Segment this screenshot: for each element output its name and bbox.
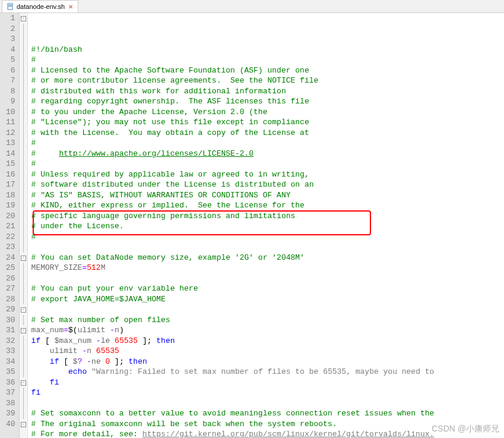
- fold-marker: [20, 336, 27, 346]
- code-line: # You can set DataNode memory size, exam…: [31, 253, 504, 263]
- code-line: echo "Warning: Failed to set max number …: [31, 367, 504, 377]
- line-number: 25: [6, 263, 15, 273]
- line-number: 8: [6, 86, 15, 97]
- fold-column: ------: [20, 13, 28, 438]
- code-line: # Licensed to the Apache Software Founda…: [31, 65, 504, 76]
- code-line: # software distributed under the License…: [31, 179, 504, 190]
- fold-marker: [20, 96, 27, 107]
- line-number: 17: [6, 179, 15, 190]
- code-line: [31, 273, 504, 284]
- code-line: # to you under the Apache License, Versi…: [31, 107, 504, 118]
- fold-marker: [20, 200, 27, 211]
- file-tab[interactable]: datanode-env.sh ✕: [2, 0, 78, 12]
- code-area[interactable]: #!/bin/bash## Licensed to the Apache Sof…: [28, 13, 504, 438]
- line-number: 16: [6, 169, 15, 180]
- line-number: 36: [6, 377, 15, 388]
- fold-marker: [20, 86, 27, 97]
- fold-marker: [20, 138, 27, 149]
- line-number: 22: [6, 232, 15, 242]
- code-line: # export JAVA_HOME=$JAVA_HOME: [31, 294, 504, 305]
- fold-marker: [20, 367, 27, 377]
- line-number: 23: [6, 242, 15, 253]
- code-line: [31, 304, 504, 315]
- fold-marker: [20, 357, 27, 367]
- fold-marker[interactable]: -: [20, 253, 27, 263]
- code-line: [31, 398, 504, 409]
- line-number: 21: [6, 221, 15, 232]
- line-number: 20: [6, 211, 15, 222]
- line-number: 6: [6, 65, 15, 76]
- line-number: 39: [6, 408, 15, 419]
- fold-marker: [20, 398, 27, 409]
- line-number: 15: [6, 159, 15, 169]
- line-number: 29: [6, 304, 15, 315]
- line-number: 31: [6, 325, 15, 336]
- code-line: # Unless required by applicable law or a…: [31, 169, 504, 180]
- fold-marker: [20, 45, 27, 55]
- svg-rect-2: [8, 6, 12, 7]
- fold-marker: [20, 159, 27, 169]
- line-number: 9: [6, 96, 15, 107]
- code-line: fi: [31, 387, 504, 398]
- code-line: # http://www.apache.org/licenses/LICENSE…: [31, 149, 504, 159]
- line-number: 11: [6, 117, 15, 128]
- line-number: 1: [6, 13, 15, 24]
- line-number: 18: [6, 190, 15, 201]
- line-number: 27: [6, 283, 15, 294]
- fold-marker: [20, 65, 27, 76]
- fold-marker[interactable]: -: [20, 13, 27, 24]
- file-icon: [7, 3, 14, 10]
- code-line: if [ $? -ne 0 ]; then: [31, 357, 504, 367]
- code-line: # under the License.: [31, 221, 504, 232]
- fold-marker[interactable]: -: [20, 377, 27, 388]
- fold-marker: [20, 75, 27, 86]
- fold-marker: [20, 179, 27, 190]
- fold-marker: [20, 211, 27, 222]
- line-number: 28: [6, 294, 15, 305]
- line-number: 19: [6, 200, 15, 211]
- tab-filename: datanode-env.sh: [17, 3, 65, 10]
- fold-marker[interactable]: -: [20, 304, 27, 315]
- line-number: 5: [6, 55, 15, 65]
- code-line: max_num=$(ulimit -n): [31, 325, 504, 336]
- code-line: # KIND, either express or implied. See t…: [31, 200, 504, 211]
- code-line: # You can put your env variable here: [31, 283, 504, 294]
- fold-marker: [20, 273, 27, 284]
- code-line: #: [31, 159, 504, 169]
- line-number: 7: [6, 75, 15, 86]
- code-line: #: [31, 55, 504, 65]
- fold-marker: [20, 34, 27, 45]
- fold-marker[interactable]: -: [20, 419, 27, 430]
- code-line: #: [31, 138, 504, 149]
- fold-marker: [20, 387, 27, 398]
- svg-rect-1: [8, 5, 12, 5]
- code-line: #: [31, 232, 504, 242]
- code-line: #!/bin/bash: [31, 45, 504, 55]
- code-editor[interactable]: 1234567891011121314151617181920212223242…: [0, 13, 504, 438]
- fold-marker: [20, 283, 27, 294]
- line-number: 34: [6, 357, 15, 367]
- line-number: 10: [6, 107, 15, 118]
- fold-marker[interactable]: -: [20, 325, 27, 336]
- fold-marker: [20, 232, 27, 242]
- fold-marker: [20, 55, 27, 65]
- code-line: # "AS IS" BASIS, WITHOUT WARRANTIES OR C…: [31, 190, 504, 201]
- line-number: 38: [6, 398, 15, 409]
- fold-marker: [20, 117, 27, 128]
- line-number: 32: [6, 336, 15, 346]
- line-number: 4: [6, 45, 15, 55]
- fold-marker: [20, 346, 27, 357]
- fold-marker: [20, 24, 27, 34]
- code-line: [31, 242, 504, 253]
- line-number: 40: [6, 419, 15, 430]
- code-line: # or more contributor license agreements…: [31, 75, 504, 86]
- code-line: # with the License. You may obtain a cop…: [31, 128, 504, 138]
- tab-bar: datanode-env.sh ✕: [0, 0, 504, 13]
- fold-marker: [20, 190, 27, 201]
- fold-marker: [20, 294, 27, 305]
- close-icon[interactable]: ✕: [68, 4, 73, 10]
- fold-marker: [20, 128, 27, 138]
- code-line: # Set somaxconn to a better value to avo…: [31, 408, 504, 419]
- line-number: 14: [6, 149, 15, 159]
- line-number: 2: [6, 24, 15, 34]
